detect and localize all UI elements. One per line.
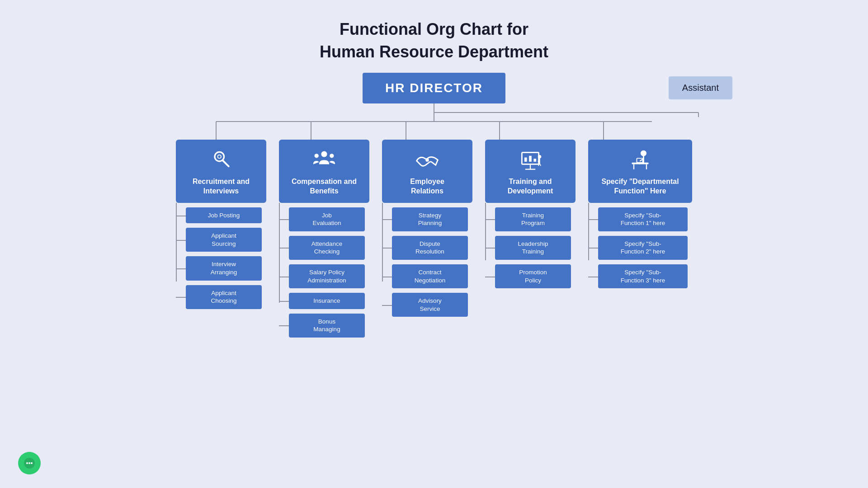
title-line1: Functional Org Chart for — [340, 20, 528, 38]
sub-item: AttendanceChecking — [289, 236, 365, 260]
dept-col-employee-relations: EmployeeRelations StrategyPlanning Dispu… — [382, 140, 472, 317]
svg-rect-22 — [533, 159, 536, 162]
sub-list-recruitment: Job Posting ApplicantSourcing InterviewA… — [176, 203, 266, 309]
sub-item: Salary PolicyAdministration — [289, 264, 365, 288]
sub-item: TrainingProgram — [495, 207, 571, 231]
svg-point-16 — [425, 159, 429, 162]
sub-item: Specify "Sub-Function 3" here — [598, 264, 688, 288]
dept-name-departmental: Specify "DepartmentalFunction" Here — [601, 177, 679, 196]
chat-icon — [23, 456, 36, 470]
svg-point-13 — [321, 151, 327, 157]
dept-header-training: Training andDevelopment — [485, 140, 576, 203]
svg-point-37 — [26, 462, 28, 464]
sub-item: BonusManaging — [289, 314, 365, 338]
dept-name-employee-relations: EmployeeRelations — [410, 177, 444, 196]
dept-col-recruitment: Recruitment andInterviews Job Posting Ap… — [176, 140, 266, 309]
people-group-icon — [311, 148, 337, 174]
sub-item: Specify "Sub-Function 2" here — [598, 236, 688, 260]
director-box: HR DIRECTOR — [363, 73, 505, 103]
svg-rect-21 — [529, 156, 532, 162]
sub-item: Specify "Sub-Function 1" here — [598, 207, 688, 231]
svg-point-15 — [330, 154, 334, 158]
sub-item: Insurance — [289, 293, 365, 309]
connector-area — [129, 103, 739, 140]
dept-col-compensation: Compensation andBenefits JobEvaluation A… — [279, 140, 369, 338]
dept-name-recruitment: Recruitment andInterviews — [193, 177, 250, 196]
svg-line-11 — [223, 160, 229, 166]
dept-header-employee-relations: EmployeeRelations — [382, 140, 472, 203]
dept-name-compensation: Compensation andBenefits — [292, 177, 357, 196]
chat-icon-button[interactable] — [18, 452, 41, 474]
connector-svg — [129, 103, 739, 140]
sub-item: StrategyPlanning — [392, 207, 468, 231]
sub-list-compensation: JobEvaluation AttendanceChecking Salary … — [279, 203, 369, 338]
svg-point-28 — [641, 150, 646, 156]
sub-list-departmental: Specify "Sub-Function 1" here Specify "S… — [588, 203, 692, 288]
sub-item: InterviewArranging — [186, 256, 262, 280]
sub-item: Job Posting — [186, 207, 262, 224]
sub-item: LeadershipTraining — [495, 236, 571, 260]
departments-row: Recruitment andInterviews Job Posting Ap… — [0, 140, 868, 338]
search-person-icon — [208, 148, 234, 174]
dept-col-training: Training andDevelopment TrainingProgram … — [485, 140, 576, 288]
svg-line-27 — [540, 164, 541, 166]
dept-header-recruitment: Recruitment andInterviews — [176, 140, 266, 203]
title-line2: Human Resource Department — [320, 42, 548, 61]
sub-list-training: TrainingProgram LeadershipTraining Promo… — [485, 203, 576, 288]
sub-item: JobEvaluation — [289, 207, 365, 231]
dept-header-departmental: Specify "DepartmentalFunction" Here — [588, 140, 692, 203]
sub-item: ApplicantChoosing — [186, 285, 262, 309]
svg-point-23 — [538, 155, 541, 158]
dept-col-departmental: Specify "DepartmentalFunction" Here Spec… — [588, 140, 692, 288]
sub-item: ContractNegotiation — [392, 264, 468, 288]
page-title: Functional Org Chart for Human Resource … — [320, 0, 548, 64]
sub-item: DisputeResolution — [392, 236, 468, 260]
dept-name-training: Training andDevelopment — [508, 177, 553, 196]
page-wrapper: Functional Org Chart for Human Resource … — [0, 0, 868, 338]
handshake-icon — [415, 148, 440, 174]
assistant-box: Assistant — [669, 76, 732, 99]
sub-item: ApplicantSourcing — [186, 228, 262, 252]
svg-point-38 — [28, 462, 30, 464]
presentation-icon — [518, 148, 543, 174]
sub-item: AdvisoryService — [392, 293, 468, 317]
svg-rect-20 — [524, 158, 527, 162]
sub-list-employee-relations: StrategyPlanning DisputeResolution Contr… — [382, 203, 472, 317]
sub-item: PromotionPolicy — [495, 264, 571, 288]
svg-point-14 — [315, 154, 319, 158]
svg-point-39 — [31, 462, 33, 464]
director-row: HR DIRECTOR Assistant — [0, 73, 868, 103]
svg-point-12 — [218, 155, 221, 158]
desk-person-icon — [627, 148, 653, 174]
dept-header-compensation: Compensation andBenefits — [279, 140, 369, 203]
